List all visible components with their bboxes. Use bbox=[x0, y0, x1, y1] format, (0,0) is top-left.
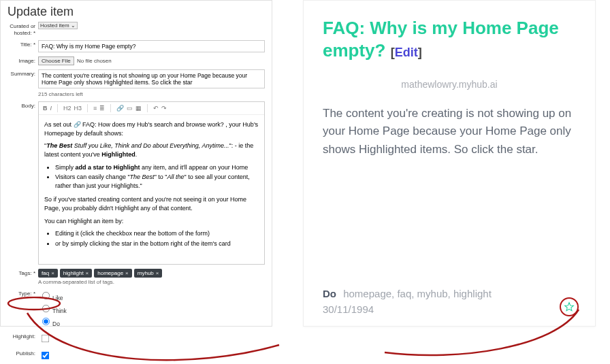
embed-icon[interactable]: ▦ bbox=[135, 105, 142, 112]
summary-label: Summary: bbox=[7, 69, 38, 78]
italic-icon[interactable]: I bbox=[50, 105, 52, 112]
footer-tags-text: homepage, faq, myhub, highlight bbox=[343, 288, 492, 299]
choose-file-button[interactable]: Choose File bbox=[38, 56, 74, 65]
rich-text-editor: B I H2 H3 ≡ ≣ 🔗 bbox=[38, 101, 265, 265]
body-text: any item, and it'll appear on your Home bbox=[140, 164, 248, 171]
tags-hint: A comma-separated list of tags. bbox=[38, 279, 265, 285]
publish-row: Publish: bbox=[7, 349, 265, 362]
undo-icon[interactable]: ↶ bbox=[153, 105, 159, 112]
chevron-down-icon: ⌄ bbox=[71, 22, 76, 29]
redo-icon[interactable]: ↷ bbox=[161, 105, 167, 112]
radio-like[interactable]: Like bbox=[38, 289, 265, 301]
tag-chip[interactable]: highlight× bbox=[60, 269, 92, 278]
curated-value: Hosted item bbox=[40, 22, 69, 29]
radio-do[interactable]: Do bbox=[38, 315, 265, 327]
curated-select[interactable]: Hosted item ⌄ bbox=[38, 22, 78, 29]
tag-text: faq bbox=[42, 270, 49, 276]
card-footer: Do homepage, faq, myhub, highlight 30/11… bbox=[323, 288, 576, 315]
radio-label: Like bbox=[52, 295, 63, 301]
bracket-close: ] bbox=[418, 46, 422, 59]
radio-label: Think bbox=[52, 308, 67, 314]
toolbar-separator bbox=[57, 104, 58, 112]
body-text: The Best bbox=[130, 173, 155, 180]
radio-like-input[interactable] bbox=[42, 292, 50, 299]
bold-icon[interactable]: B bbox=[43, 105, 48, 112]
summary-input[interactable] bbox=[38, 69, 265, 88]
toolbar-separator bbox=[147, 104, 148, 112]
update-item-form: Update item Curated or hosted: * Hosted … bbox=[0, 0, 272, 327]
body-text: All the bbox=[167, 173, 184, 180]
body-text: " to " bbox=[155, 173, 167, 180]
type-label: Type: * bbox=[7, 289, 38, 297]
tag-chip[interactable]: faq× bbox=[38, 269, 58, 278]
body-text: Stuff you Like, Think and Do about bbox=[72, 142, 170, 149]
tag-remove-icon[interactable]: × bbox=[86, 270, 89, 276]
curated-label: Curated or hosted: * bbox=[7, 22, 38, 36]
radio-think[interactable]: Think bbox=[38, 302, 265, 314]
radio-think-input[interactable] bbox=[42, 305, 50, 312]
body-text: or by simply clicking the star in the bo… bbox=[55, 239, 259, 248]
title-row: Title: * bbox=[7, 40, 265, 52]
body-text: So if you've started creating content an… bbox=[44, 195, 259, 212]
body-link: 🔗 FAQ: How does my Hub's search and brow… bbox=[74, 121, 224, 128]
no-file-label: No file chosen bbox=[77, 58, 112, 64]
body-text: Editing it (click the checkbox near the … bbox=[55, 229, 259, 238]
title-label: Title: * bbox=[7, 40, 38, 48]
publish-checkbox[interactable] bbox=[42, 352, 50, 360]
tags-label: Tags: * bbox=[7, 269, 38, 277]
body-text: Visitors can easily change " bbox=[55, 173, 130, 180]
tag-remove-icon[interactable]: × bbox=[51, 270, 54, 276]
body-row: Body: B I H2 H3 ≡ ≣ bbox=[7, 101, 265, 265]
radio-do-input[interactable] bbox=[42, 318, 50, 325]
highlight-star-annotation bbox=[560, 297, 579, 316]
summary-row: Summary: 215 characters left bbox=[7, 69, 265, 97]
ul-icon[interactable]: ≡ bbox=[93, 105, 97, 112]
h2-icon[interactable]: H2 bbox=[63, 105, 71, 112]
preview-description: The content you're creating is not showi… bbox=[323, 105, 576, 159]
body-text: Highlighted bbox=[101, 151, 135, 158]
rte-content[interactable]: As set out 🔗 FAQ: How does my Hub's sear… bbox=[39, 115, 264, 264]
tag-chip[interactable]: myhub× bbox=[134, 269, 163, 278]
body-text: Everything, Anytime... bbox=[170, 142, 229, 149]
body-text: You can Highlight an item by: bbox=[44, 217, 259, 226]
tags-row: Tags: * faq× highlight× homepage× myhub×… bbox=[7, 269, 265, 285]
footer-date: 30/11/1994 bbox=[323, 303, 576, 315]
footer-tags: Do homepage, faq, myhub, highlight bbox=[323, 288, 576, 299]
tag-remove-icon[interactable]: × bbox=[125, 270, 129, 276]
highlight-checkbox[interactable] bbox=[42, 335, 50, 343]
preview-title-text: FAQ: Why is my Home Page empty? bbox=[323, 18, 559, 61]
radio-label: Do bbox=[52, 320, 60, 327]
body-text: The Best bbox=[46, 142, 72, 149]
image-icon[interactable]: ▭ bbox=[127, 105, 133, 112]
publish-label: Publish: bbox=[7, 349, 38, 357]
curated-row: Curated or hosted: * Hosted item ⌄ bbox=[7, 22, 265, 36]
edit-link[interactable]: Edit bbox=[395, 46, 418, 59]
image-label: Image: bbox=[7, 56, 38, 65]
body-text: As set out bbox=[44, 121, 74, 128]
link-icon[interactable]: 🔗 bbox=[116, 105, 124, 112]
do-label: Do bbox=[323, 288, 336, 299]
tag-text: highlight bbox=[63, 270, 84, 276]
h3-icon[interactable]: H3 bbox=[74, 105, 82, 112]
highlight-label: Highlight: bbox=[7, 332, 38, 340]
preview-card: FAQ: Why is my Home Page empty? [Edit] m… bbox=[303, 0, 596, 327]
tag-remove-icon[interactable]: × bbox=[156, 270, 159, 276]
preview-domain: mathewlowry.myhub.ai bbox=[323, 79, 576, 90]
preview-title[interactable]: FAQ: Why is my Home Page empty? [Edit] bbox=[323, 17, 576, 61]
title-input[interactable] bbox=[38, 40, 265, 52]
star-icon[interactable] bbox=[564, 301, 575, 312]
form-heading: Update item bbox=[7, 5, 265, 19]
body-text: Simply bbox=[55, 164, 76, 171]
image-row: Image: Choose File No file chosen bbox=[7, 56, 265, 65]
body-text: add a star to Highlight bbox=[76, 164, 140, 171]
rte-toolbar: B I H2 H3 ≡ ≣ 🔗 bbox=[39, 102, 264, 115]
body-text: . bbox=[135, 151, 138, 158]
tag-text: myhub bbox=[138, 270, 154, 276]
tag-text: homepage bbox=[97, 270, 123, 276]
tags-container[interactable]: faq× highlight× homepage× myhub× bbox=[38, 269, 265, 278]
ol-icon[interactable]: ≣ bbox=[99, 105, 105, 112]
tag-chip[interactable]: homepage× bbox=[94, 269, 131, 278]
toolbar-separator bbox=[87, 104, 88, 112]
toolbar-separator bbox=[110, 104, 111, 112]
char-hint: 215 characters left bbox=[38, 91, 265, 97]
